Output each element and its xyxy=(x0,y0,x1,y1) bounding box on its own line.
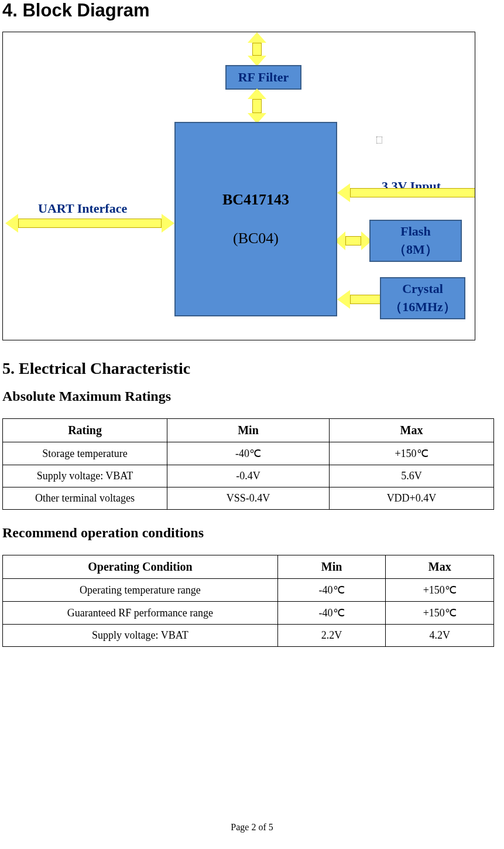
heading-block-diagram: 4. Block Diagram xyxy=(2,0,496,21)
table-row: Operating temperature range -40℃ +150℃ xyxy=(3,579,494,602)
rec-op-hdr-1: Min xyxy=(277,555,386,579)
table-rec-op: Operating Condition Min Max Operating te… xyxy=(2,555,494,647)
cell: -0.4V xyxy=(167,465,330,487)
stray-mark xyxy=(376,137,382,144)
table-row: Supply voltage: VBAT 2.2V 4.2V xyxy=(3,625,494,647)
block-rf-filter: RF Filter xyxy=(225,65,301,90)
cell: Storage temperature xyxy=(3,442,167,465)
arrow-flash xyxy=(335,231,372,250)
chip-label-2: (BC04) xyxy=(233,228,279,249)
cell: -40℃ xyxy=(167,442,330,465)
cell: -40℃ xyxy=(277,579,386,602)
page-footer: Page 2 of 5 xyxy=(0,822,504,833)
crystal-label-1: Crystal xyxy=(402,280,443,298)
rec-op-hdr-0: Operating Condition xyxy=(3,555,278,579)
cell: 4.2V xyxy=(386,625,494,647)
cell: Supply voltage: VBAT xyxy=(3,465,167,487)
table-abs-max: Rating Min Max Storage temperature -40℃ … xyxy=(2,418,494,510)
cell: Guaranteed RF performance range xyxy=(3,602,278,625)
table-row: Storage temperature -40℃ +150℃ xyxy=(3,442,494,465)
crystal-label-2: （16MHz） xyxy=(389,298,456,316)
cell: Operating temperature range xyxy=(3,579,278,602)
cell: 5.6V xyxy=(329,465,493,487)
table-row: Other terminal voltages VSS-0.4V VDD+0.4… xyxy=(3,487,494,510)
arrow-rf-antenna xyxy=(248,32,266,66)
cell: +150℃ xyxy=(386,602,494,625)
arrow-uart xyxy=(5,214,174,233)
heading-abs-max: Absolute Maximum Ratings xyxy=(2,388,496,404)
rf-filter-label: RF Filter xyxy=(238,69,289,87)
cell: 2.2V xyxy=(277,625,386,647)
arrow-crystal xyxy=(337,290,381,309)
heading-rec-op: Recommend operation conditions xyxy=(2,525,496,541)
flash-label-2: （8M） xyxy=(393,241,438,259)
cell: Supply voltage: VBAT xyxy=(3,625,278,647)
abs-max-hdr-1: Min xyxy=(167,419,330,442)
block-diagram: RF Filter UART Interface 3.3V Input Flas… xyxy=(2,32,475,340)
abs-max-hdr-0: Rating xyxy=(3,419,167,442)
block-flash: Flash （8M） xyxy=(369,220,462,262)
cell: +150℃ xyxy=(329,442,493,465)
arrow-chip-rf xyxy=(248,88,266,124)
heading-electrical: 5. Electrical Characteristic xyxy=(2,359,496,378)
cell: +150℃ xyxy=(386,579,494,602)
flash-label-1: Flash xyxy=(400,223,430,241)
chip-label-1: BC417143 xyxy=(222,189,289,210)
cell: -40℃ xyxy=(277,602,386,625)
abs-max-hdr-2: Max xyxy=(329,419,493,442)
cell: VSS-0.4V xyxy=(167,487,330,510)
cell: Other terminal voltages xyxy=(3,487,167,510)
block-crystal: Crystal （16MHz） xyxy=(380,277,465,319)
rec-op-hdr-2: Max xyxy=(386,555,494,579)
arrow-3v3 xyxy=(337,183,475,202)
table-row: Guaranteed RF performance range -40℃ +15… xyxy=(3,602,494,625)
block-chip: BC417143 (BC04) xyxy=(174,122,337,316)
cell: VDD+0.4V xyxy=(329,487,493,510)
table-row: Supply voltage: VBAT -0.4V 5.6V xyxy=(3,465,494,487)
